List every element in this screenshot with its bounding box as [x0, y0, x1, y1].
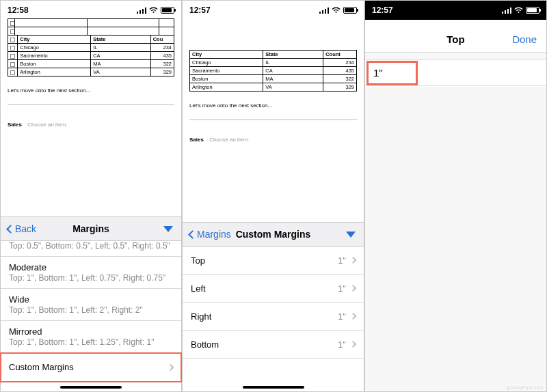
- chevron-right-icon: [350, 285, 357, 292]
- doc-table: [8, 18, 174, 36]
- field-label: Top: [191, 255, 205, 266]
- back-label: Back: [15, 223, 36, 234]
- wifi-icon: [149, 7, 158, 14]
- table-row: ChicagoIL234: [8, 44, 174, 52]
- status-icons: [137, 7, 174, 14]
- status-icons: [319, 7, 357, 14]
- field-label: Bottom: [191, 339, 219, 350]
- panel-header-custom-margins: Margins Custom Margins: [183, 222, 364, 247]
- margin-field-bottom[interactable]: Bottom 1": [183, 331, 364, 359]
- back-label: Margins: [197, 229, 231, 240]
- status-time: 12:57: [189, 5, 211, 15]
- sales-label: Sales: [8, 122, 22, 128]
- margin-field-right[interactable]: Right 1": [183, 303, 364, 331]
- option-sub: Top: 1", Bottom: 1", Left: 2", Right: 2": [9, 305, 173, 315]
- option-label: Custom Margins: [9, 362, 173, 372]
- margin-option-custom[interactable]: Custom Margins: [1, 353, 181, 382]
- chevron-right-icon: [350, 313, 357, 320]
- battery-icon: [343, 7, 357, 14]
- margin-field-left[interactable]: Left 1": [183, 275, 364, 303]
- watermark: groovyPost.com: [507, 385, 544, 390]
- th-state: State: [91, 36, 150, 44]
- cellular-icon: [137, 8, 146, 14]
- sales-field[interactable]: Sales Choose an item.: [8, 122, 174, 128]
- status-time: 12:57: [372, 5, 393, 15]
- sales-placeholder: Choose an item.: [209, 137, 249, 143]
- status-bar: 12:57: [183, 1, 364, 20]
- divider: [8, 104, 174, 105]
- wifi-icon: [514, 7, 523, 14]
- wifi-icon: [332, 7, 341, 14]
- table-row: BostonMA322: [190, 75, 357, 83]
- option-sub: Top: 1", Bottom: 1", Left: 0.75", Right:…: [9, 273, 173, 283]
- divider: [189, 120, 357, 120]
- field-label: Left: [191, 283, 206, 294]
- document-preview[interactable]: City State Count ChicagoIL234 Sacramento…: [183, 50, 364, 147]
- phone-frame-2: 12:57 City State Count ChicagoIL234 Sacr…: [182, 0, 364, 392]
- th-count: Cou: [150, 36, 174, 44]
- table-row: BostonMA322: [8, 60, 174, 68]
- home-indicator[interactable]: [243, 386, 304, 389]
- nav-title: Top: [446, 33, 464, 45]
- chevron-right-icon: [350, 341, 357, 348]
- chevron-left-icon: [6, 225, 15, 234]
- status-time: 12:58: [8, 5, 29, 15]
- cellular-icon: [502, 8, 511, 14]
- margin-option-mirrored[interactable]: Mirrored Top: 1", Bottom: 1", Left: 1.25…: [1, 321, 181, 353]
- option-sub: Top: 0.5", Bottom: 0.5", Left: 0.5", Rig…: [9, 241, 173, 251]
- back-button[interactable]: Margins: [189, 229, 231, 240]
- table-row: ChicagoIL234: [190, 59, 357, 67]
- status-icons: [502, 7, 539, 14]
- field-value: 1": [338, 339, 346, 350]
- margin-option-moderate[interactable]: Moderate Top: 1", Bottom: 1", Left: 0.75…: [1, 257, 181, 289]
- field-value: 1": [338, 283, 346, 294]
- battery-icon: [526, 7, 539, 14]
- margin-option-wide[interactable]: Wide Top: 1", Bottom: 1", Left: 2", Righ…: [1, 289, 181, 321]
- collapse-icon[interactable]: [163, 226, 173, 232]
- nav-bar: Top Done: [365, 27, 546, 53]
- th-state: State: [263, 51, 323, 59]
- th-city: City: [190, 51, 263, 59]
- th-count: Count: [323, 51, 357, 59]
- option-label: Moderate: [9, 262, 173, 272]
- th-city: City: [18, 36, 91, 44]
- field-value: 1": [338, 311, 346, 322]
- field-value: 1": [338, 255, 346, 266]
- option-sub: Top: 1", Bottom: 1", Left: 1.25", Right:…: [9, 337, 173, 347]
- margin-option-narrow-cut[interactable]: Top: 0.5", Bottom: 0.5", Left: 0.5", Rig…: [1, 241, 181, 257]
- margin-field-top[interactable]: Top 1": [183, 247, 364, 275]
- chevron-left-icon: [188, 230, 197, 239]
- sales-placeholder: Choose an item.: [27, 122, 67, 128]
- table-row: ArlingtonVA329: [190, 83, 357, 92]
- phone-frame-3: 12:57 Top Done 1" groovyPost.com: [364, 0, 547, 392]
- home-indicator[interactable]: [60, 386, 122, 389]
- doc-data-table: City State Count ChicagoIL234 Sacramento…: [189, 50, 357, 92]
- cellular-icon: [319, 8, 329, 14]
- chevron-right-icon: [350, 257, 357, 264]
- field-label: Right: [191, 311, 211, 322]
- option-label: Mirrored: [9, 326, 173, 337]
- document-preview[interactable]: City State Cou ChicagoIL234 SacramentoCA…: [1, 14, 181, 132]
- back-button[interactable]: Back: [8, 223, 36, 234]
- option-label: Wide: [9, 294, 173, 305]
- panel-header-margins: Back Margins: [1, 216, 181, 241]
- doc-data-table: City State Cou ChicagoIL234 SacramentoCA…: [8, 35, 174, 76]
- highlight-box: [366, 61, 418, 85]
- status-bar: 12:57: [365, 1, 546, 20]
- section-text: Let's move onto the next section...: [189, 102, 357, 109]
- table-row: SacramentoCA435: [190, 67, 357, 75]
- sales-label: Sales: [189, 137, 204, 143]
- section-text: Let's move onto the next section...: [8, 87, 174, 94]
- done-button[interactable]: Done: [512, 33, 537, 45]
- collapse-icon[interactable]: [346, 232, 356, 238]
- table-row: ArlingtonVA329: [8, 68, 174, 76]
- battery-icon: [161, 7, 174, 14]
- sales-field[interactable]: Sales Choose an item.: [189, 137, 357, 143]
- table-row: SacramentoCA435: [8, 52, 174, 60]
- phone-frame-1: 12:58 City State Cou ChicagoIL234 Sacram…: [0, 0, 182, 392]
